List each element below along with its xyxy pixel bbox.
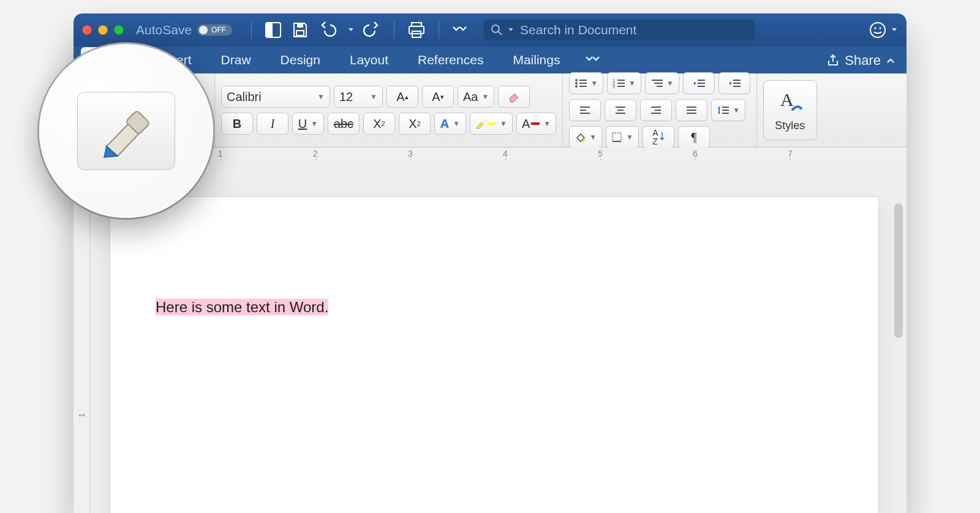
search-menu-icon[interactable] — [508, 27, 514, 33]
svg-point-16 — [575, 85, 578, 88]
shrink-font-button[interactable]: A▾ — [422, 86, 454, 108]
svg-point-11 — [879, 27, 881, 29]
shading-button[interactable]: ▼ — [569, 126, 602, 148]
borders-button[interactable]: ▼ — [606, 126, 639, 148]
superscript-button[interactable]: X2 — [399, 113, 431, 135]
toggle-knob — [199, 26, 208, 34]
search-icon — [491, 24, 503, 36]
align-right-button[interactable] — [640, 99, 672, 121]
clear-formatting-button[interactable] — [498, 86, 530, 108]
font-size-value: 12 — [339, 90, 353, 104]
styles-pane-button[interactable]: A Styles — [763, 80, 817, 140]
svg-rect-5 — [409, 26, 424, 34]
font-color-button[interactable]: A▼ — [516, 113, 556, 135]
print-icon[interactable] — [407, 21, 426, 39]
styles-group: A Styles — [757, 73, 823, 147]
decrease-indent-button[interactable] — [683, 72, 715, 94]
document-search[interactable] — [483, 20, 755, 40]
svg-point-14 — [575, 82, 578, 84]
styles-icon: A — [777, 89, 804, 116]
ruler-mark: 7 — [788, 149, 793, 159]
feedback-menu-icon[interactable] — [891, 26, 898, 34]
bold-button[interactable]: B — [221, 113, 253, 135]
change-case-button[interactable]: Aa▼ — [458, 86, 494, 108]
share-icon — [826, 54, 840, 67]
grow-font-button[interactable]: A▴ — [386, 86, 418, 108]
qat-overflow-icon[interactable] — [451, 25, 467, 35]
traffic-close[interactable] — [82, 25, 92, 35]
svg-rect-1 — [266, 23, 273, 37]
share-label: Share — [845, 53, 881, 69]
feedback-smile-icon[interactable] — [869, 21, 887, 39]
show-marks-button[interactable]: ¶ — [678, 126, 710, 148]
bullets-icon — [575, 78, 587, 89]
svg-point-12 — [575, 79, 578, 81]
svg-rect-3 — [296, 31, 304, 36]
underline-button[interactable]: U▼ — [292, 113, 324, 135]
share-button[interactable]: Share — [821, 53, 907, 73]
italic-button[interactable]: I — [257, 113, 288, 135]
svg-point-9 — [870, 23, 885, 37]
svg-line-8 — [499, 32, 502, 35]
ruler-mark: 5 — [598, 149, 603, 159]
tab-draw[interactable]: Draw — [206, 47, 266, 73]
search-input[interactable] — [519, 22, 748, 38]
align-center-button[interactable] — [605, 99, 636, 121]
svg-point-7 — [492, 25, 499, 32]
tabs-overflow-icon[interactable] — [575, 48, 610, 73]
vertical-ruler[interactable]: 1 — [74, 160, 90, 513]
tab-mailings[interactable]: Mailings — [498, 47, 575, 73]
justify-button[interactable] — [676, 99, 707, 121]
ruler-mark: 3 — [408, 149, 413, 159]
text-effects-button[interactable]: A▼ — [434, 113, 466, 135]
save-icon[interactable] — [291, 21, 309, 39]
paint-bucket-icon — [575, 132, 586, 143]
numbering-button[interactable]: 123▼ — [607, 72, 641, 94]
autosave-toggle[interactable]: OFF — [197, 24, 233, 36]
justify-icon — [685, 105, 698, 115]
format-painter-button[interactable] — [77, 92, 175, 170]
traffic-zoom[interactable] — [114, 25, 124, 35]
ruler-mark: 6 — [693, 149, 698, 159]
subscript-button[interactable]: X2 — [363, 113, 395, 135]
font-size-select[interactable]: 12▼ — [334, 86, 383, 108]
divider — [439, 21, 439, 39]
highlighter-icon — [475, 118, 486, 129]
document-area: 1 Here is some text in Word. — [74, 160, 907, 513]
align-left-button[interactable] — [569, 99, 601, 121]
highlight-button[interactable]: ▼ — [470, 113, 513, 135]
format-painter-callout — [39, 44, 213, 218]
line-spacing-icon — [717, 105, 729, 116]
traffic-minimize[interactable] — [98, 25, 108, 35]
ruler-mark: 2 — [313, 149, 318, 159]
highlighted-text: Here is some text in Word. — [156, 299, 328, 315]
ribbon-tabs: Home Insert Draw Design Layout Reference… — [74, 47, 907, 73]
document-body-text[interactable]: Here is some text in Word. — [156, 299, 328, 316]
font-name-select[interactable]: Calibri▼ — [221, 86, 330, 108]
svg-point-49 — [582, 139, 585, 141]
borders-icon — [611, 132, 622, 143]
tab-design[interactable]: Design — [266, 47, 335, 73]
sort-button[interactable]: AZ — [643, 126, 674, 148]
styles-label: Styles — [775, 119, 805, 132]
svg-rect-50 — [612, 133, 621, 141]
document-page[interactable]: Here is some text in Word. — [110, 197, 878, 513]
strikethrough-button[interactable]: abc — [328, 113, 360, 135]
undo-icon[interactable] — [318, 21, 339, 39]
undo-menu-icon[interactable] — [347, 26, 355, 34]
open-template-icon[interactable] — [264, 21, 282, 39]
collapse-ribbon-icon[interactable] — [886, 56, 895, 66]
svg-text:A: A — [780, 89, 794, 110]
tab-references[interactable]: References — [403, 47, 498, 73]
multilevel-icon — [650, 78, 663, 89]
multilevel-list-button[interactable]: ▼ — [645, 72, 679, 94]
redo-icon[interactable] — [363, 21, 382, 39]
autosave-control[interactable]: AutoSave OFF — [136, 23, 233, 37]
sort-arrow-icon — [660, 132, 665, 142]
increase-indent-button[interactable] — [718, 72, 750, 94]
tab-layout[interactable]: Layout — [335, 47, 403, 73]
line-spacing-button[interactable]: ▼ — [711, 99, 745, 121]
vertical-scrollbar[interactable] — [894, 203, 903, 338]
autosave-state: OFF — [211, 26, 226, 34]
bullets-button[interactable]: ▼ — [569, 72, 603, 94]
